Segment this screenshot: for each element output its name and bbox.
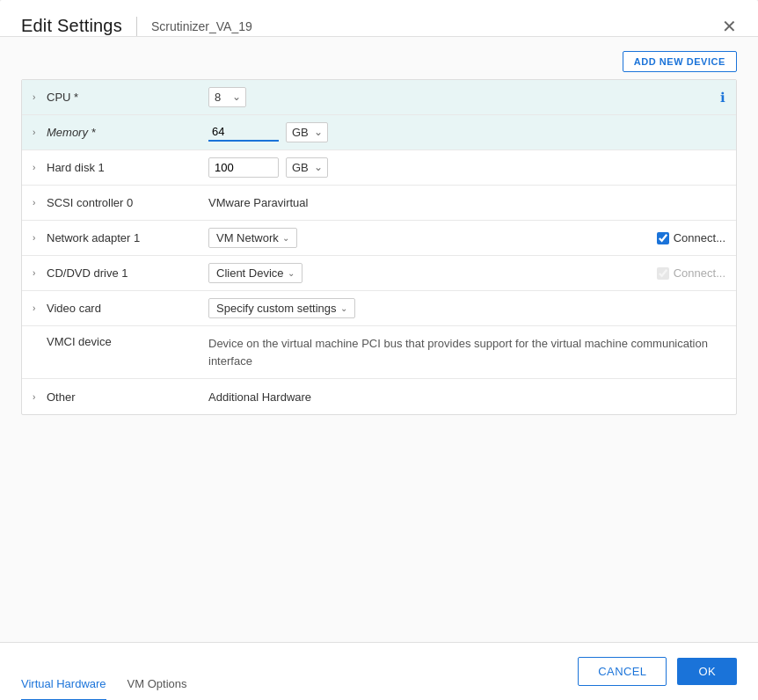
dialog-subtitle: Scrutinizer_VA_19 <box>151 19 252 33</box>
chevron-down-icon: ⌄ <box>282 233 289 243</box>
scsi-label: › SCSI controller 0 <box>33 196 208 209</box>
cd-dvd-connect-label: Connect... <box>674 266 725 280</box>
edit-settings-dialog: Edit Settings Scrutinizer_VA_19 ✕ Virtua… <box>0 0 758 700</box>
cpu-label: › CPU * <box>33 91 208 104</box>
table-row: › Video card Specify custom settings ⌄ <box>22 291 736 326</box>
tab-vm-options[interactable]: VM Options <box>128 668 187 700</box>
vmci-value: Device on the virtual machine PCI bus th… <box>208 335 725 369</box>
cd-dvd-label: › CD/DVD drive 1 <box>33 266 208 280</box>
hardware-table: › CPU * 124681216 ℹ › Memory * <box>21 79 737 415</box>
chevron-right-icon: › <box>33 392 47 402</box>
table-row: › Memory * MBGB <box>22 115 736 150</box>
scsi-value: VMware Paravirtual <box>208 196 725 209</box>
hard-disk-label: › Hard disk 1 <box>33 161 208 174</box>
chevron-right-icon: › <box>33 163 47 172</box>
table-row: › SCSI controller 0 VMware Paravirtual <box>22 186 736 221</box>
network-adapter-dropdown[interactable]: VM Network ⌄ <box>208 228 297 248</box>
info-icon: ℹ <box>720 90 725 106</box>
hard-disk-unit-wrapper: MBGB <box>286 157 328 178</box>
table-row: › CPU * 124681216 ℹ <box>22 80 736 115</box>
cd-dvd-value: Client Device ⌄ Connect... <box>208 263 725 283</box>
cpu-select-wrapper: 124681216 <box>208 87 246 107</box>
tab-virtual-hardware[interactable]: Virtual Hardware <box>21 668 106 700</box>
close-button[interactable]: ✕ <box>718 14 740 39</box>
other-static-value: Additional Hardware <box>208 390 311 404</box>
video-card-value-text: Specify custom settings <box>216 302 337 315</box>
cd-dvd-connect-checkbox-wrapper: Connect... <box>657 266 725 280</box>
vmci-label: VMCI device <box>33 335 208 348</box>
cancel-button[interactable]: CANCEL <box>578 657 667 686</box>
cpu-select[interactable]: 124681216 <box>208 87 246 107</box>
chevron-right-icon: › <box>33 233 47 243</box>
chevron-right-icon: › <box>33 268 47 278</box>
chevron-right-icon: › <box>33 128 47 137</box>
memory-unit-select[interactable]: MBGB <box>286 122 328 142</box>
network-adapter-label: › Network adapter 1 <box>33 231 208 244</box>
add-new-device-button[interactable]: ADD NEW DEVICE <box>623 51 737 72</box>
video-card-value: Specify custom settings ⌄ <box>208 298 725 318</box>
cd-dvd-dropdown[interactable]: Client Device ⌄ <box>208 263 302 283</box>
dialog-body: ADD NEW DEVICE › CPU * 124681216 ℹ <box>0 37 758 642</box>
video-card-dropdown[interactable]: Specify custom settings ⌄ <box>208 298 355 318</box>
cpu-value: 124681216 ℹ <box>208 87 725 107</box>
title-divider <box>136 17 137 36</box>
memory-value: MBGB <box>208 122 725 142</box>
table-row: › Other Additional Hardware <box>22 379 736 414</box>
hard-disk-value: MBGB <box>208 157 725 178</box>
chevron-down-icon: ⌄ <box>288 268 295 278</box>
ok-button[interactable]: OK <box>677 658 737 685</box>
dialog-title: Edit Settings <box>21 16 122 36</box>
table-row: › Network adapter 1 VM Network ⌄ Connect… <box>22 221 736 256</box>
tab-bar: Virtual Hardware VM Options <box>0 667 230 700</box>
cd-dvd-value-text: Client Device <box>216 266 284 280</box>
network-connect-label: Connect... <box>674 231 725 244</box>
network-connect-checkbox[interactable] <box>657 232 669 244</box>
chevron-right-icon: › <box>33 92 47 102</box>
network-connect-checkbox-wrapper: Connect... <box>657 231 725 244</box>
network-adapter-value: VM Network ⌄ Connect... <box>208 228 725 248</box>
vmci-description: Device on the virtual machine PCI bus th… <box>208 335 725 369</box>
other-value: Additional Hardware <box>208 390 725 404</box>
chevron-right-icon: › <box>33 303 47 313</box>
hard-disk-unit-select[interactable]: MBGB <box>286 157 328 178</box>
dialog-header: Edit Settings Scrutinizer_VA_19 ✕ Virtua… <box>0 0 758 37</box>
chevron-down-icon: ⌄ <box>340 303 347 313</box>
memory-unit-wrapper: MBGB <box>286 122 328 142</box>
table-row: VMCI device Device on the virtual machin… <box>22 326 736 379</box>
memory-input[interactable] <box>208 123 279 142</box>
add-device-bar: ADD NEW DEVICE <box>21 51 737 72</box>
cd-dvd-connect-checkbox[interactable] <box>657 267 669 280</box>
memory-label: › Memory * <box>33 126 208 139</box>
table-row: › CD/DVD drive 1 Client Device ⌄ Connect… <box>22 256 736 291</box>
network-adapter-value-text: VM Network <box>216 231 279 244</box>
video-card-label: › Video card <box>33 302 208 315</box>
table-row: › Hard disk 1 MBGB <box>22 150 736 186</box>
scsi-static-value: VMware Paravirtual <box>208 196 308 209</box>
other-label: › Other <box>33 390 208 404</box>
chevron-right-icon: › <box>33 198 47 208</box>
hard-disk-input[interactable] <box>208 157 279 178</box>
